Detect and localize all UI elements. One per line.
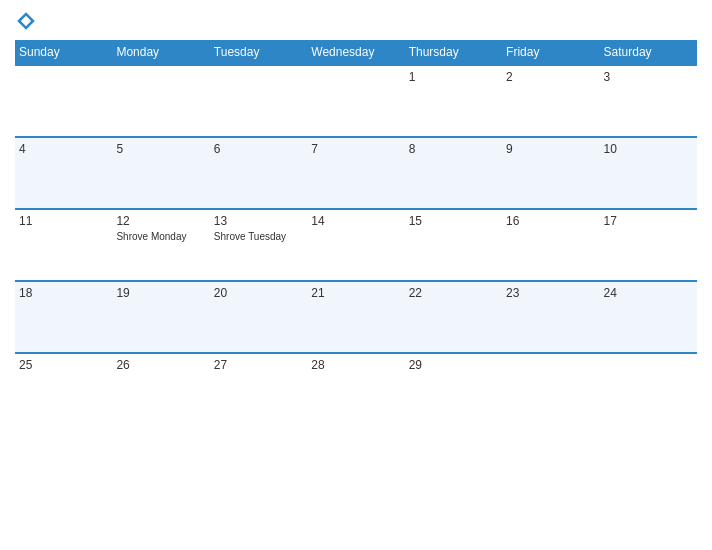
weekday-tuesday: Tuesday xyxy=(210,40,307,65)
day-number: 23 xyxy=(506,286,595,300)
calendar-week-row: 123 xyxy=(15,65,697,137)
calendar-table: Sunday Monday Tuesday Wednesday Thursday… xyxy=(15,40,697,425)
calendar-cell: 5 xyxy=(112,137,209,209)
calendar-cell: 24 xyxy=(600,281,697,353)
day-number: 9 xyxy=(506,142,595,156)
day-number: 15 xyxy=(409,214,498,228)
calendar-cell: 1 xyxy=(405,65,502,137)
calendar-cell: 15 xyxy=(405,209,502,281)
logo-icon xyxy=(15,10,37,32)
day-number: 19 xyxy=(116,286,205,300)
calendar-cell: 10 xyxy=(600,137,697,209)
day-number: 11 xyxy=(19,214,108,228)
day-number: 21 xyxy=(311,286,400,300)
day-number: 28 xyxy=(311,358,400,372)
day-number: 18 xyxy=(19,286,108,300)
day-number: 10 xyxy=(604,142,693,156)
calendar-cell: 3 xyxy=(600,65,697,137)
weekday-saturday: Saturday xyxy=(600,40,697,65)
day-number: 25 xyxy=(19,358,108,372)
calendar-cell xyxy=(15,65,112,137)
calendar-cell: 21 xyxy=(307,281,404,353)
day-number: 5 xyxy=(116,142,205,156)
calendar-cell: 23 xyxy=(502,281,599,353)
calendar-cell: 28 xyxy=(307,353,404,425)
day-number: 7 xyxy=(311,142,400,156)
day-number: 1 xyxy=(409,70,498,84)
calendar-cell xyxy=(112,65,209,137)
day-number: 29 xyxy=(409,358,498,372)
day-number: 24 xyxy=(604,286,693,300)
calendar-cell: 9 xyxy=(502,137,599,209)
day-number: 4 xyxy=(19,142,108,156)
calendar-cell: 13Shrove Tuesday xyxy=(210,209,307,281)
calendar-cell: 2 xyxy=(502,65,599,137)
calendar-cell: 17 xyxy=(600,209,697,281)
day-number: 17 xyxy=(604,214,693,228)
day-number: 12 xyxy=(116,214,205,228)
calendar-cell: 18 xyxy=(15,281,112,353)
calendar-cell: 4 xyxy=(15,137,112,209)
weekday-thursday: Thursday xyxy=(405,40,502,65)
weekday-friday: Friday xyxy=(502,40,599,65)
day-number: 14 xyxy=(311,214,400,228)
day-number: 3 xyxy=(604,70,693,84)
calendar-cell: 14 xyxy=(307,209,404,281)
calendar-cell: 27 xyxy=(210,353,307,425)
calendar-cell xyxy=(210,65,307,137)
calendar-week-row: 1112Shrove Monday13Shrove Tuesday1415161… xyxy=(15,209,697,281)
calendar-cell: 12Shrove Monday xyxy=(112,209,209,281)
calendar-cell: 8 xyxy=(405,137,502,209)
day-number: 16 xyxy=(506,214,595,228)
calendar-cell: 22 xyxy=(405,281,502,353)
day-number: 20 xyxy=(214,286,303,300)
day-number: 2 xyxy=(506,70,595,84)
calendar-cell: 11 xyxy=(15,209,112,281)
day-number: 26 xyxy=(116,358,205,372)
calendar-cell: 19 xyxy=(112,281,209,353)
calendar-cell: 25 xyxy=(15,353,112,425)
logo xyxy=(15,10,39,32)
calendar-cell: 20 xyxy=(210,281,307,353)
weekday-header-row: Sunday Monday Tuesday Wednesday Thursday… xyxy=(15,40,697,65)
calendar-cell xyxy=(600,353,697,425)
day-number: 6 xyxy=(214,142,303,156)
weekday-wednesday: Wednesday xyxy=(307,40,404,65)
day-number: 27 xyxy=(214,358,303,372)
day-number: 8 xyxy=(409,142,498,156)
weekday-monday: Monday xyxy=(112,40,209,65)
calendar-cell: 7 xyxy=(307,137,404,209)
calendar-container: Sunday Monday Tuesday Wednesday Thursday… xyxy=(0,0,712,550)
event-text: Shrove Monday xyxy=(116,230,205,243)
day-number: 22 xyxy=(409,286,498,300)
calendar-week-row: 18192021222324 xyxy=(15,281,697,353)
calendar-week-row: 45678910 xyxy=(15,137,697,209)
calendar-cell: 26 xyxy=(112,353,209,425)
calendar-cell: 16 xyxy=(502,209,599,281)
event-text: Shrove Tuesday xyxy=(214,230,303,243)
calendar-cell xyxy=(502,353,599,425)
weekday-sunday: Sunday xyxy=(15,40,112,65)
calendar-cell: 29 xyxy=(405,353,502,425)
calendar-cell xyxy=(307,65,404,137)
calendar-header xyxy=(15,10,697,32)
calendar-cell: 6 xyxy=(210,137,307,209)
day-number: 13 xyxy=(214,214,303,228)
calendar-week-row: 2526272829 xyxy=(15,353,697,425)
